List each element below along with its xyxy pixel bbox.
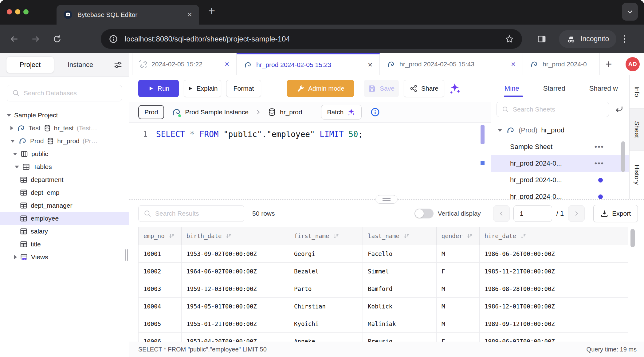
cell[interactable]: 1989-06-02T00:00:00Z <box>480 333 584 342</box>
database-search[interactable] <box>7 85 122 101</box>
tab-shared[interactable]: Shared w <box>589 84 618 92</box>
cell[interactable]: 1989-09-12T00:00:00Z <box>480 315 584 333</box>
forward-button[interactable] <box>30 33 41 45</box>
tree-item-schema-public[interactable]: public <box>0 147 129 160</box>
zoom-window-button[interactable] <box>23 9 29 14</box>
cell[interactable]: 1959-12-03T00:00:00Z <box>182 280 289 298</box>
sheet-item-unsaved-2[interactable]: hr_prod 2024-0... <box>491 188 629 199</box>
close-tab-icon[interactable]: ✕ <box>367 61 373 69</box>
close-window-button[interactable] <box>7 9 12 14</box>
url-text[interactable]: localhost:8080/sql-editor/sheet/project-… <box>125 35 505 43</box>
caret-down-icon[interactable] <box>10 140 15 143</box>
table-row[interactable]: 100061953-04-20T00:00:00ZAnnekePreusigF1… <box>139 333 629 342</box>
connection-info-icon[interactable] <box>370 107 380 117</box>
vertical-display-toggle[interactable] <box>414 209 434 218</box>
tree-item-views-group[interactable]: Views <box>0 251 129 264</box>
site-info-icon[interactable] <box>109 34 118 44</box>
results-resize-handle[interactable] <box>375 195 398 204</box>
column-header-first-name[interactable]: first_name <box>289 227 363 245</box>
cell[interactable]: 10006 <box>139 333 182 342</box>
cell[interactable]: Facello <box>363 245 437 263</box>
results-search-input[interactable] <box>155 210 239 217</box>
cell[interactable]: 10001 <box>139 245 182 263</box>
column-header-hire-date[interactable]: hire_date <box>480 227 584 245</box>
bookmark-star-icon[interactable] <box>505 34 514 44</box>
sheet-item-sample[interactable]: Sample Sheet ••• <box>491 139 629 155</box>
sheet-group-prod-hr-prod[interactable]: (Prod) hr_prod <box>491 122 629 139</box>
table-row[interactable]: 100021964-06-02T00:00:00ZBezalelSimmelF1… <box>139 263 629 280</box>
next-page-button[interactable] <box>568 205 585 222</box>
sheet-list-scrollbar[interactable] <box>621 141 625 172</box>
tree-item-table-title[interactable]: title <box>0 238 129 251</box>
tree-item-table-department[interactable]: department <box>0 173 129 186</box>
cell[interactable]: 10005 <box>139 315 182 333</box>
cell[interactable]: 10004 <box>139 298 182 315</box>
sidebar-filter-button[interactable] <box>113 60 123 69</box>
batch-button[interactable]: Batch <box>321 105 362 120</box>
cell[interactable]: Koblick <box>363 298 437 315</box>
cell[interactable]: F <box>437 263 480 280</box>
cell[interactable]: Anneke <box>289 333 363 342</box>
caret-down-icon[interactable] <box>498 129 502 132</box>
cell[interactable]: Georgi <box>289 245 363 263</box>
table-row[interactable]: 100031959-12-03T00:00:00ZPartoBamfordM19… <box>139 280 629 298</box>
collapse-panel-icon[interactable] <box>615 105 624 114</box>
sheet-search[interactable] <box>497 102 609 117</box>
column-header-birth-date[interactable]: birth_date <box>182 227 289 245</box>
cell[interactable]: Kyoichi <box>289 315 363 333</box>
cell[interactable]: Bezalel <box>289 263 363 280</box>
table-row[interactable]: 100041954-05-01T00:00:00ZChirstianKoblic… <box>139 298 629 315</box>
cell[interactable]: M <box>437 315 480 333</box>
share-button[interactable]: Share <box>404 80 444 97</box>
rail-tab-info[interactable]: Info <box>630 75 644 108</box>
cell[interactable]: 1955-01-21T00:00:00Z <box>182 315 289 333</box>
close-tab-icon[interactable]: ✕ <box>224 61 230 68</box>
caret-down-icon[interactable] <box>15 166 19 168</box>
format-button[interactable]: Format <box>226 80 261 97</box>
minimize-window-button[interactable] <box>15 9 20 14</box>
new-sheet-tab-button[interactable]: + <box>600 53 618 75</box>
ai-sparkle-icon[interactable] <box>448 82 461 95</box>
sheet-menu-icon[interactable]: ••• <box>595 159 604 168</box>
rail-tab-history[interactable]: History <box>630 151 644 199</box>
sheet-item-selected[interactable]: hr_prod 2024-0... ••• <box>491 155 629 172</box>
run-button[interactable]: Run <box>138 80 179 97</box>
cell[interactable]: 1953-04-20T00:00:00Z <box>182 333 289 342</box>
caret-down-icon[interactable] <box>13 153 17 155</box>
sort-icon[interactable] <box>520 233 526 239</box>
tree-item-table-salary[interactable]: salary <box>0 225 129 238</box>
rail-tab-sheet[interactable]: Sheet <box>630 108 644 151</box>
database-name[interactable]: hr_prod <box>280 108 302 116</box>
cell[interactable]: M <box>437 280 480 298</box>
cell[interactable]: 10002 <box>139 263 182 280</box>
cell[interactable]: 10003 <box>139 280 182 298</box>
cell[interactable]: 1986-06-26T00:00:00Z <box>480 245 584 263</box>
cell[interactable]: Maliniak <box>363 315 437 333</box>
tab-project[interactable]: Project <box>6 57 54 73</box>
user-avatar[interactable]: AD <box>626 57 640 71</box>
new-browser-tab-button[interactable]: + <box>208 4 215 18</box>
cell[interactable]: 1986-12-01T00:00:00Z <box>480 298 584 315</box>
browser-tab-close-icon[interactable]: ✕ <box>187 11 192 18</box>
editor-tab-1[interactable]: 2024-02-05 15:22 ✕ <box>132 53 237 75</box>
tree-item-tables-group[interactable]: Tables <box>0 160 129 173</box>
editor-tab-3[interactable]: hr_prod 2024-02-05 15:43 ✕ <box>380 53 523 75</box>
tab-instance[interactable]: Instance <box>68 61 93 69</box>
column-header-last-name[interactable]: last_name <box>363 227 437 245</box>
cell[interactable]: F <box>437 333 480 342</box>
page-number-input[interactable] <box>513 205 552 222</box>
cell[interactable]: 1953-09-02T00:00:00Z <box>182 245 289 263</box>
sheet-menu-icon[interactable]: ••• <box>595 143 604 151</box>
caret-right-icon[interactable] <box>14 255 17 259</box>
instance-name[interactable]: Prod Sample Instance <box>185 108 249 116</box>
sort-icon[interactable] <box>403 233 410 239</box>
tab-starred[interactable]: Starred <box>543 84 565 92</box>
back-button[interactable] <box>9 33 20 45</box>
tree-item-table-employee[interactable]: employee <box>0 212 129 225</box>
url-bar[interactable]: localhost:8080/sql-editor/sheet/project-… <box>101 29 522 49</box>
browser-tab[interactable]: Bytebase SQL Editor ✕ <box>57 5 199 25</box>
close-tab-icon[interactable]: ✕ <box>511 61 516 68</box>
tab-search-chevron-button[interactable] <box>622 3 638 21</box>
editor-scrollbar-thumb[interactable] <box>481 125 485 144</box>
sort-icon[interactable] <box>225 233 232 239</box>
